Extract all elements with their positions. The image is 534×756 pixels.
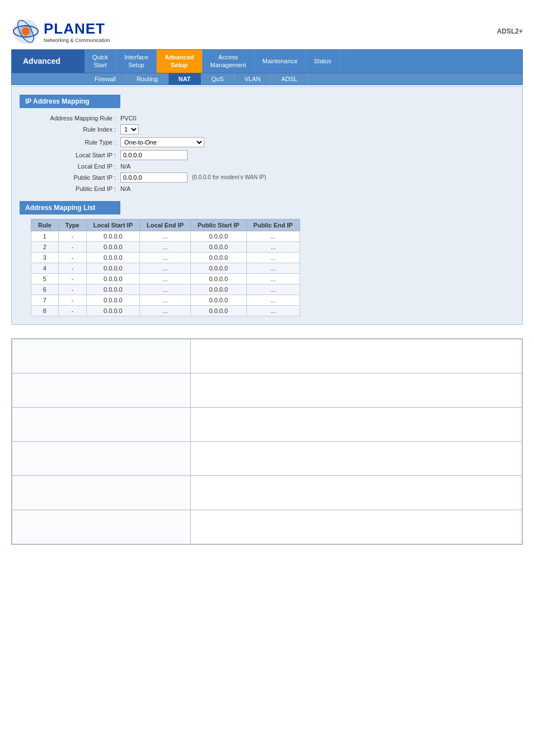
bottom-cell-4-2 (190, 441, 522, 475)
cell-local_start: 0.0.0.0 (86, 231, 139, 241)
tab-interface-setup[interactable]: InterfaceSetup (116, 50, 157, 73)
cell-rule: 1 (31, 231, 59, 241)
public-start-ip-input[interactable] (120, 172, 188, 183)
local-start-ip-input[interactable] (120, 150, 188, 160)
ip-address-mapping-section: IP Address Mapping Address Mapping Rule … (20, 95, 514, 192)
rule-type-select[interactable]: One-to-One Many-to-One Many-to-Many Over… (120, 137, 204, 147)
col-local-start-ip: Local Start IP (86, 219, 139, 231)
logo-text: PLANET Networking & Communication (44, 20, 110, 43)
cell-local_start: 0.0.0.0 (86, 252, 139, 263)
local-start-ip-label: Local Start IP : (31, 152, 120, 158)
cell-type: - (58, 284, 86, 295)
bottom-cell-5-1 (12, 475, 191, 510)
cell-local_start: 0.0.0.0 (86, 263, 139, 273)
public-end-ip-label: Public End IP : (31, 185, 120, 192)
cell-rule: 5 (31, 273, 59, 284)
cell-type: - (58, 231, 86, 241)
rule-index-label: Rule Index : (31, 126, 120, 133)
bottom-cell-6-2 (190, 510, 522, 544)
cell-local_end: ... (140, 305, 191, 316)
public-end-ip-value: N/A (120, 185, 130, 192)
local-start-ip-row: Local Start IP : (31, 150, 514, 160)
svg-point-3 (22, 27, 30, 35)
table-row: 5-0.0.0.0...0.0.0.0... (31, 273, 300, 284)
cell-type: - (58, 273, 86, 284)
address-mapping-list-title: Address Mapping List (20, 201, 120, 214)
nav-section-title: Advanced (12, 50, 85, 73)
tab-advanced-setup[interactable]: AdvancedSetup (157, 50, 203, 73)
col-public-start-ip: Public Start IP (191, 219, 247, 231)
subtab-vlan[interactable]: VLAN (235, 73, 271, 85)
bottom-cell-5-2 (190, 475, 522, 510)
rule-index-select[interactable]: 1 2 3 4 5 6 7 8 (120, 124, 139, 134)
nav-tabs: QuickStart InterfaceSetup AdvancedSetup … (85, 50, 522, 73)
cell-public_start: 0.0.0.0 (191, 284, 247, 295)
logo-area: PLANET Networking & Communication (11, 17, 110, 46)
public-start-ip-hint: (0.0.0.0 for modem's WAN IP) (192, 174, 266, 180)
cell-type: - (58, 241, 86, 252)
address-mapping-list-section: Address Mapping List Rule Type Local Sta… (20, 201, 514, 316)
main-nav: Advanced QuickStart InterfaceSetup Advan… (11, 49, 523, 73)
cell-rule: 8 (31, 305, 59, 316)
cell-type: - (58, 295, 86, 305)
bottom-cell-4-1 (12, 441, 191, 475)
cell-local_end: ... (140, 263, 191, 273)
rule-type-label: Rule Type : (31, 139, 120, 146)
cell-public_start: 0.0.0.0 (191, 241, 247, 252)
brand-slogan: Networking & Communication (44, 38, 110, 43)
mapping-table: Rule Type Local Start IP Local End IP Pu… (31, 219, 300, 316)
subtab-routing[interactable]: Routing (127, 73, 168, 85)
cell-local_end: ... (140, 252, 191, 263)
ip-address-mapping-title: IP Address Mapping (20, 95, 120, 108)
bottom-row-1 (12, 339, 522, 373)
address-mapping-rule-row: Address Mapping Rule : PVC0 (31, 115, 514, 122)
bottom-cell-1-2 (190, 339, 522, 373)
cell-public_end: ... (246, 241, 299, 252)
subtab-nat[interactable]: NAT (168, 73, 202, 85)
subtab-qos[interactable]: QoS (202, 73, 235, 85)
subtab-firewall[interactable]: Firewall (85, 73, 127, 85)
subtab-adsl[interactable]: ADSL (271, 73, 308, 85)
col-rule: Rule (31, 219, 59, 231)
tab-access-management[interactable]: AccessManagement (203, 50, 255, 73)
cell-local_end: ... (140, 273, 191, 284)
bottom-cell-3-2 (190, 407, 522, 441)
bottom-table-area (11, 338, 523, 545)
cell-local_end: ... (140, 284, 191, 295)
bottom-row-4 (12, 441, 522, 475)
col-local-end-ip: Local End IP (140, 219, 191, 231)
table-header-row: Rule Type Local Start IP Local End IP Pu… (31, 219, 300, 231)
cell-public_start: 0.0.0.0 (191, 231, 247, 241)
cell-local_end: ... (140, 231, 191, 241)
cell-public_start: 0.0.0.0 (191, 305, 247, 316)
public-start-ip-row: Public Start IP : (0.0.0.0 for modem's W… (31, 172, 514, 183)
table-row: 6-0.0.0.0...0.0.0.0... (31, 284, 300, 295)
cell-public_end: ... (246, 305, 299, 316)
cell-public_start: 0.0.0.0 (191, 295, 247, 305)
address-mapping-rule-value: PVC0 (120, 115, 137, 122)
cell-rule: 3 (31, 252, 59, 263)
table-row: 1-0.0.0.0...0.0.0.0... (31, 231, 300, 241)
tab-status[interactable]: Status (306, 50, 340, 73)
rule-type-row: Rule Type : One-to-One Many-to-One Many-… (31, 137, 514, 147)
table-row: 4-0.0.0.0...0.0.0.0... (31, 263, 300, 273)
content-area: IP Address Mapping Address Mapping Rule … (11, 86, 523, 325)
cell-local_start: 0.0.0.0 (86, 241, 139, 252)
tab-quick-start[interactable]: QuickStart (85, 50, 116, 73)
cell-public_end: ... (246, 263, 299, 273)
table-row: 2-0.0.0.0...0.0.0.0... (31, 241, 300, 252)
cell-rule: 7 (31, 295, 59, 305)
table-row: 8-0.0.0.0...0.0.0.0... (31, 305, 300, 316)
bottom-cell-2-2 (190, 373, 522, 407)
ip-address-mapping-form: Address Mapping Rule : PVC0 Rule Index :… (31, 115, 514, 192)
rule-index-row: Rule Index : 1 2 3 4 5 6 7 8 (31, 124, 514, 134)
cell-local_start: 0.0.0.0 (86, 273, 139, 284)
cell-public_start: 0.0.0.0 (191, 273, 247, 284)
cell-public_end: ... (246, 252, 299, 263)
table-row: 7-0.0.0.0...0.0.0.0... (31, 295, 300, 305)
cell-public_start: 0.0.0.0 (191, 252, 247, 263)
col-public-end-ip: Public End IP (246, 219, 299, 231)
public-end-ip-row: Public End IP : N/A (31, 185, 514, 192)
tab-maintenance[interactable]: Maintenance (255, 50, 306, 73)
bottom-row-6 (12, 510, 522, 544)
